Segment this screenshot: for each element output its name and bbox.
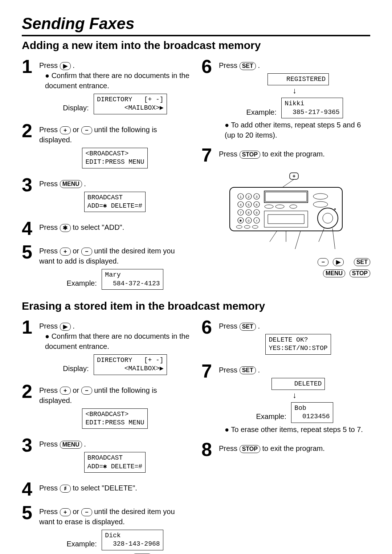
lcd-display: DELETE OK? YES:SET/NO:STOP bbox=[265, 334, 331, 355]
erase-right-col: 6 Press SET . DELETE OK? YES:SET/NO:STOP… bbox=[201, 319, 370, 554]
text: Press bbox=[39, 223, 60, 231]
set-key: SET bbox=[240, 323, 256, 331]
add-step-7: 7 Press STOP to exit the program. bbox=[201, 147, 370, 164]
step-number: 7 bbox=[201, 363, 219, 380]
erase-step-2: 2 Press + or − until the following is di… bbox=[22, 383, 191, 431]
example-label: Example: bbox=[66, 539, 97, 549]
plus-key: + bbox=[60, 508, 71, 516]
set-key: SET bbox=[240, 62, 256, 70]
hash-key: ♯ bbox=[60, 485, 71, 493]
stop-key-label: STOP bbox=[350, 269, 370, 277]
text: or bbox=[73, 247, 81, 255]
text: to exit the program. bbox=[262, 150, 325, 158]
minus-key-label: − bbox=[318, 258, 328, 266]
erase-step-1: 1 Press ▶ . ● Confirm that there are no … bbox=[22, 319, 191, 376]
step-number: 4 bbox=[22, 220, 39, 237]
add-step-6: 6 Press SET . REGISTERED ↓ Example: Nikk… bbox=[201, 58, 370, 140]
text: to select "ADD". bbox=[73, 223, 124, 231]
text: To erase other items, repeat steps 5 to … bbox=[231, 425, 363, 433]
text: . bbox=[84, 440, 86, 448]
step-number: 5 bbox=[22, 244, 39, 261]
svg-text:1: 1 bbox=[240, 195, 241, 199]
svg-rect-31 bbox=[264, 191, 308, 203]
text: Press bbox=[39, 440, 60, 448]
minus-key: − bbox=[81, 508, 92, 516]
plus-key: + bbox=[60, 126, 71, 134]
svg-line-45 bbox=[332, 228, 335, 249]
step-number: 1 bbox=[22, 58, 39, 75]
text: Confirm that there are no documents in t… bbox=[45, 72, 189, 90]
step-number: 8 bbox=[201, 441, 219, 458]
text: or bbox=[73, 126, 81, 134]
svg-rect-3 bbox=[230, 187, 342, 231]
text: Press bbox=[39, 484, 60, 492]
lcd-display: <BROADCAST> EDIT:PRESS MENU bbox=[82, 408, 147, 429]
step-number: 7 bbox=[201, 147, 219, 164]
display-label: Display: bbox=[63, 103, 89, 113]
text: Press bbox=[39, 247, 60, 255]
plus-key: + bbox=[60, 387, 71, 395]
svg-point-36 bbox=[313, 194, 328, 199]
set-key-label: SET bbox=[354, 258, 370, 266]
text: . bbox=[73, 322, 75, 330]
play-key: ▶ bbox=[60, 323, 71, 331]
add-step-3: 3 Press MENU . BROADCAST ADD=✱ DELETE=# bbox=[22, 176, 191, 214]
svg-text:4: 4 bbox=[240, 203, 241, 207]
svg-text:0: 0 bbox=[248, 219, 249, 223]
erase-step-7: 7 Press SET . DELETED ↓ Example: Bob 012… bbox=[201, 363, 370, 435]
svg-point-38 bbox=[318, 208, 338, 228]
svg-point-33 bbox=[265, 205, 273, 208]
lcd-display: DIRECTORY [+ -] <MAILBOX>▶ bbox=[94, 94, 167, 114]
text: Press bbox=[219, 322, 240, 330]
menu-key-label: MENU bbox=[323, 269, 345, 277]
svg-point-39 bbox=[323, 213, 333, 223]
svg-line-41 bbox=[270, 231, 277, 242]
svg-line-44 bbox=[295, 231, 301, 249]
svg-point-40 bbox=[334, 208, 336, 210]
erase-columns: 1 Press ▶ . ● Confirm that there are no … bbox=[22, 319, 370, 554]
fax-device-icon: + 1 2 3 4 5 6 7 8 9 ✱ bbox=[226, 171, 346, 254]
text: . bbox=[84, 180, 86, 188]
text: . bbox=[258, 322, 260, 330]
erase-step-8: 8 Press STOP to exit the program. bbox=[201, 441, 370, 458]
section-heading-add: Adding a new item into the broadcast mem… bbox=[22, 39, 370, 52]
arrow-down-icon: ↓ bbox=[219, 87, 370, 95]
lcd-display: Nikki 385-217-9365 bbox=[281, 98, 343, 118]
stop-key: STOP bbox=[240, 151, 260, 159]
add-step-5: 5 Press + or − until the desired item yo… bbox=[22, 244, 191, 291]
lcd-display: DELETED bbox=[271, 378, 325, 390]
plus-key: + bbox=[60, 248, 71, 256]
svg-text:3: 3 bbox=[256, 195, 257, 199]
svg-text:2: 2 bbox=[248, 195, 249, 199]
section-heading-erase: Erasing a stored item in the broadcast m… bbox=[22, 300, 370, 312]
step-number: 2 bbox=[22, 383, 39, 400]
svg-text:6: 6 bbox=[256, 203, 257, 207]
text: or bbox=[73, 386, 81, 394]
svg-text:♯: ♯ bbox=[256, 219, 257, 223]
lcd-display: Bob 0123456 bbox=[291, 402, 333, 423]
text: Press bbox=[219, 150, 240, 158]
svg-point-29 bbox=[244, 225, 250, 228]
lcd-display: <BROADCAST> EDIT:PRESS MENU bbox=[82, 148, 147, 168]
text: . bbox=[73, 61, 75, 69]
step-number: 4 bbox=[22, 481, 39, 498]
text: . bbox=[258, 61, 260, 69]
erase-step-5: 5 Press + or − until the desired item yo… bbox=[22, 504, 191, 554]
text: Press bbox=[39, 508, 60, 516]
text: or bbox=[73, 508, 81, 516]
example-label: Example: bbox=[246, 107, 276, 117]
step-number: 3 bbox=[22, 176, 39, 194]
text: to exit the program. bbox=[262, 444, 325, 452]
text: Press bbox=[219, 61, 240, 69]
svg-text:7: 7 bbox=[240, 211, 241, 215]
lcd-display: DIRECTORY [+ -] <MAILBOX>▶ bbox=[94, 354, 167, 375]
display-label: Display: bbox=[63, 363, 89, 374]
step-number: 1 bbox=[22, 319, 39, 336]
text: Confirm that there are no documents in t… bbox=[45, 332, 189, 350]
arrow-down-icon: ↓ bbox=[219, 391, 370, 399]
example-label: Example: bbox=[256, 411, 286, 421]
minus-key: − bbox=[81, 387, 92, 395]
text: Press bbox=[39, 126, 60, 134]
add-step-4: 4 Press ✱ to select "ADD". bbox=[22, 220, 191, 237]
minus-key: − bbox=[81, 126, 92, 134]
